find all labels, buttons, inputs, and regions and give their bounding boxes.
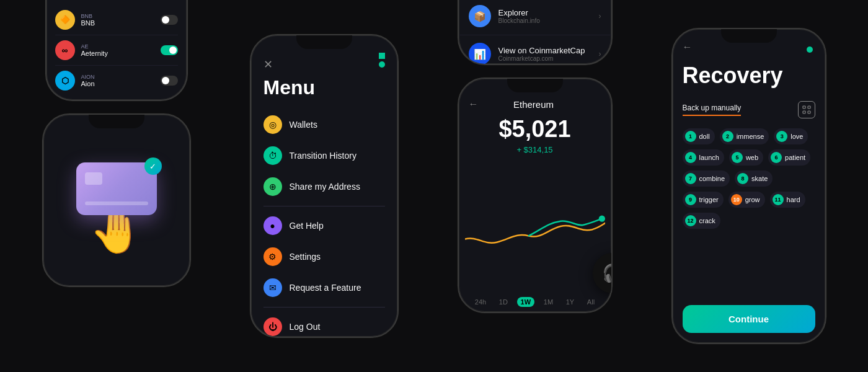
- eth-title: Ethereum: [479, 99, 589, 110]
- word-num-4: 4: [685, 152, 696, 163]
- bnb-icon: 🔶: [55, 10, 75, 30]
- recovery-scan-icon[interactable]: [798, 101, 815, 118]
- svg-rect-2: [803, 111, 805, 113]
- coinmarketcap-url: Coinmarketcap.com: [498, 55, 599, 62]
- word-chip-6: 6 patient: [768, 149, 810, 166]
- link-row-explorer[interactable]: 📦 Explorer Blockchain.info ›: [459, 0, 611, 35]
- eth-back-button[interactable]: ←: [469, 99, 479, 110]
- svg-rect-0: [803, 106, 805, 108]
- phone-coin-list: 🔶 BNB BNB ∞ AE Aeternity: [45, 0, 188, 101]
- word-chip-3: 3 love: [774, 128, 808, 144]
- word-chip-5: 5 web: [729, 149, 763, 166]
- chart-time-tabs: 24h 1D 1W 1M 1Y All: [459, 292, 611, 312]
- chart-area: [459, 161, 611, 292]
- recovery-tabs-row: Back up manually: [683, 101, 815, 118]
- menu-status-dot: [379, 61, 385, 68]
- get-help-icon: ●: [264, 216, 282, 235]
- menu-item-transition-history[interactable]: ⏱ Transition History: [264, 140, 385, 171]
- hand-illustration: 🤚: [89, 209, 143, 252]
- word-chip-1: 1 doll: [683, 128, 715, 144]
- word-text-4: launch: [699, 154, 719, 161]
- explorer-arrow: ›: [599, 12, 601, 20]
- word-chip-8: 8 skate: [735, 170, 773, 187]
- recovery-status-dot: [807, 46, 813, 53]
- explorer-url: Blockchain.info: [498, 17, 599, 24]
- tab-1d[interactable]: 1D: [495, 297, 512, 307]
- card-scene: ✓ 🤚: [76, 162, 157, 252]
- menu-close-button[interactable]: ✕: [264, 58, 273, 71]
- tab-backup-manually[interactable]: Back up manually: [683, 104, 742, 116]
- get-help-label: Get Help: [290, 221, 324, 231]
- explorer-label: Explorer: [498, 8, 599, 17]
- phone-card: ✓ 🤚: [42, 113, 191, 287]
- chart-endpoint-dot: [598, 216, 604, 222]
- explorer-icon: 📦: [469, 5, 491, 27]
- word-num-12: 12: [685, 215, 696, 226]
- word-text-8: skate: [751, 175, 768, 182]
- word-chip-4: 4 launch: [683, 149, 724, 166]
- word-num-9: 9: [685, 194, 696, 205]
- tab-1y[interactable]: 1Y: [562, 297, 578, 307]
- coin-row-ae: ∞ AE Aeternity: [55, 35, 178, 66]
- menu-title: Menu: [264, 76, 385, 99]
- phone-ethereum: ← Ethereum $5,021 + $314,15 24h: [458, 78, 613, 313]
- aion-toggle[interactable]: [161, 76, 178, 86]
- word-chip-11: 11 hard: [770, 192, 805, 208]
- menu-item-logout[interactable]: ⏻ Log Out: [264, 311, 385, 338]
- word-chip-10: 10 grow: [728, 192, 765, 208]
- price-chart: [465, 161, 605, 292]
- bnb-ticker: BNB: [81, 13, 161, 19]
- check-badge: ✓: [144, 157, 162, 175]
- word-num-1: 1: [685, 131, 696, 142]
- tab-1m[interactable]: 1M: [540, 297, 557, 307]
- status-dot: [379, 53, 385, 59]
- ae-icon: ∞: [55, 40, 75, 60]
- menu-item-share-address[interactable]: ⊕ Share my Address: [264, 171, 385, 202]
- menu-item-request-feature[interactable]: ✉ Request a Feature: [264, 272, 385, 303]
- ae-name: Aeternity: [81, 50, 161, 57]
- wallets-icon: ◎: [264, 115, 282, 134]
- tab-1w[interactable]: 1W: [517, 297, 535, 307]
- menu-item-wallets[interactable]: ◎ Wallets: [264, 109, 385, 140]
- word-text-7: combine: [699, 175, 725, 182]
- menu-item-settings[interactable]: ⚙ Settings: [264, 241, 385, 272]
- request-feature-label: Request a Feature: [290, 283, 361, 293]
- link-row-coinmarketcap[interactable]: 📊 View on CoinmarketCap Coinmarketcap.co…: [459, 35, 611, 65]
- coin-row-aion: ⬡ AION Aion: [55, 66, 178, 95]
- recovery-word-grid: 1 doll 2 immense 3 love 4 launch 5 web 6…: [683, 128, 815, 229]
- recovery-back-button[interactable]: ←: [683, 42, 815, 53]
- recovery-tabs: Back up manually: [683, 104, 742, 116]
- bnb-name: BNB: [81, 19, 161, 27]
- coin-row-bnb: 🔶 BNB BNB: [55, 5, 178, 35]
- coinmarketcap-arrow: ›: [599, 50, 601, 58]
- transition-history-icon: ⏱: [264, 146, 282, 165]
- coinmarketcap-icon: 📊: [469, 43, 491, 65]
- aion-icon: ⬡: [55, 71, 75, 91]
- tab-all[interactable]: All: [583, 297, 598, 307]
- ae-ticker: AE: [81, 43, 161, 50]
- settings-label: Settings: [290, 252, 321, 262]
- ae-toggle[interactable]: [161, 45, 178, 55]
- logout-label: Log Out: [290, 322, 321, 332]
- word-chip-7: 7 combine: [683, 170, 730, 187]
- word-text-10: grow: [745, 196, 760, 203]
- tab-24h[interactable]: 24h: [471, 297, 490, 307]
- word-text-11: hard: [787, 196, 800, 203]
- word-num-7: 7: [685, 173, 696, 184]
- phone-recovery: ← Recovery Back up manually 1 doll: [671, 28, 826, 344]
- phone-links: 🌐 Website Ethereum.org › 📦 Explorer Bloc…: [458, 0, 613, 65]
- menu-item-get-help[interactable]: ● Get Help: [264, 210, 385, 241]
- logout-icon: ⏻: [264, 317, 282, 336]
- phone-menu: ✕ Menu ◎ Wallets ⏱ Transition History ⊕ …: [250, 34, 399, 338]
- word-text-9: trigger: [699, 196, 719, 203]
- word-num-6: 6: [771, 152, 782, 163]
- word-text-12: crack: [699, 217, 715, 224]
- word-text-2: immense: [737, 133, 764, 140]
- eth-amount: $5,021: [459, 116, 611, 143]
- svg-rect-3: [808, 111, 810, 113]
- svg-rect-1: [808, 106, 810, 108]
- bnb-toggle[interactable]: [161, 15, 178, 25]
- recovery-title: Recovery: [683, 63, 815, 89]
- continue-button[interactable]: Continue: [683, 305, 815, 333]
- coinmarketcap-label: View on CoinmarketCap: [498, 46, 599, 55]
